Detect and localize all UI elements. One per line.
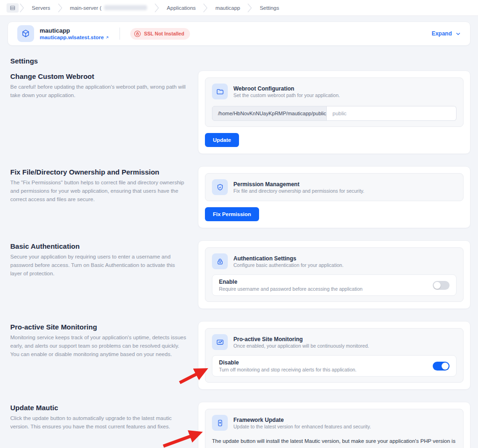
monitoring-card-title: Pro-active Site Monitoring	[233, 336, 369, 343]
breadcrumb-item-settings[interactable]: Settings	[253, 5, 286, 11]
external-link-icon	[105, 35, 109, 40]
breadcrumb-item-app[interactable]: mauticapp	[209, 5, 246, 11]
lock-icon	[212, 253, 228, 269]
monitoring-card-subtitle: Once enabled, your application will be c…	[233, 343, 369, 349]
chevron-right-icon	[203, 3, 208, 13]
webroot-card: Webroot Configuration Set the custom web…	[198, 70, 471, 154]
breadcrumb-item-server-name[interactable]: main-server (	[63, 5, 154, 11]
chevron-right-icon	[58, 3, 63, 13]
chevron-right-icon	[155, 3, 159, 13]
monitoring-toggle-description: Turn off monitoring and stop receiving a…	[219, 367, 433, 372]
permissions-section-description: The "Fix Permissions" button helps to co…	[10, 179, 187, 203]
update-note: The update button will install the lates…	[212, 436, 457, 448]
monitoring-toggle-label: Disable	[219, 359, 433, 366]
breadcrumb: Servers main-server ( Applications mauti…	[0, 0, 478, 16]
app-cube-icon	[17, 25, 34, 42]
monitoring-section-description: Monitoring service keeps track of your a…	[10, 334, 187, 358]
basic-auth-card-title: Authentication Settings	[233, 255, 344, 263]
basic-auth-toggle-label: Enable	[219, 279, 433, 285]
section-basic-auth: Basic Authentication Secure your applica…	[7, 240, 471, 309]
webroot-section-title: Change Custom Webroot	[10, 72, 187, 80]
update-section-description: Click the update button to automatically…	[10, 414, 187, 431]
webroot-base-path: /home/HbNovKnNUayKpRMP/mauticapp/public_…	[212, 106, 327, 121]
basic-auth-section-title: Basic Authentication	[10, 242, 187, 250]
update-card-title: Framework Update	[233, 416, 371, 424]
update-section-title: Update Mautic	[10, 404, 187, 412]
section-update-mautic: Update Mautic Click the update button to…	[7, 402, 471, 448]
fix-permission-button[interactable]: Fix Permission	[205, 207, 259, 221]
expand-button[interactable]: Expand	[432, 30, 461, 37]
basic-auth-toggle-description: Require username and password before acc…	[219, 286, 433, 292]
ssl-lock-icon	[134, 30, 141, 37]
ssl-status-badge: SSL Not Installed	[130, 28, 190, 40]
section-monitoring: Pro-active Site Monitoring Monitoring se…	[7, 321, 471, 390]
basic-auth-section-description: Secure your application by requiring use…	[10, 253, 187, 278]
chevron-down-icon	[456, 31, 461, 36]
webroot-update-button[interactable]: Update	[205, 133, 239, 147]
webroot-path-input[interactable]	[327, 106, 457, 121]
breadcrumb-home-icon[interactable]	[7, 3, 19, 13]
webroot-section-description: Be careful! before updating the applicat…	[10, 83, 187, 100]
basic-auth-card-subtitle: Configure basic authentication for your …	[233, 262, 344, 268]
folder-icon	[212, 84, 228, 99]
chevron-right-icon	[20, 3, 24, 13]
permissions-card-title: Permission Management	[233, 181, 365, 189]
header-divider	[120, 28, 120, 40]
section-permissions: Fix File/Directory Ownership and Permiss…	[7, 166, 471, 228]
monitoring-chart-icon	[212, 334, 228, 350]
app-header: mauticapp mauticapp.wlsatest.store SSL N…	[7, 21, 471, 46]
breadcrumb-item-servers[interactable]: Servers	[25, 5, 57, 11]
page-title: Settings	[10, 57, 471, 65]
monitoring-toggle[interactable]	[433, 362, 450, 371]
permissions-card: Permission Management Fix file and direc…	[198, 166, 471, 228]
monitoring-card: Pro-active Site Monitoring Once enabled,…	[198, 321, 471, 390]
breadcrumb-item-applications[interactable]: Applications	[160, 5, 202, 11]
basic-auth-toggle[interactable]	[433, 281, 450, 290]
chevron-right-icon	[247, 3, 252, 13]
framework-update-icon	[212, 415, 228, 431]
update-card: Framework Update Update to the latest ve…	[198, 402, 471, 448]
update-card-subtitle: Update to the latest version for enhance…	[233, 424, 371, 429]
app-domain-link[interactable]: mauticapp.wlsatest.store	[40, 35, 109, 40]
permissions-section-title: Fix File/Directory Ownership and Permiss…	[10, 168, 187, 176]
app-name: mauticapp	[40, 27, 109, 35]
shield-icon	[212, 179, 228, 195]
webroot-card-title: Webroot Configuration	[233, 85, 340, 93]
permissions-card-subtitle: Fix file and directory ownership and per…	[233, 188, 365, 194]
redacted-server-name	[104, 5, 147, 10]
basic-auth-card: Authentication Settings Configure basic …	[198, 240, 471, 309]
section-webroot: Change Custom Webroot Be careful! before…	[7, 70, 471, 154]
monitoring-section-title: Pro-active Site Monitoring	[10, 323, 187, 331]
webroot-card-subtitle: Set the custom webroot path for your app…	[233, 92, 340, 98]
